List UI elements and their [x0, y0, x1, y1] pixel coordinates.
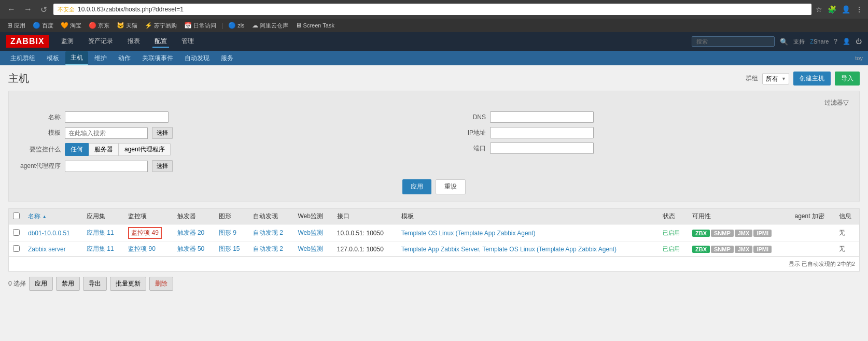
account-icon[interactable]: 👤 [842, 5, 850, 13]
nav-admin[interactable]: 管理 [179, 36, 196, 48]
filter-apply-btn[interactable]: 应用 [402, 179, 431, 194]
monitor-btn-server[interactable]: 服务器 [89, 143, 119, 156]
monitor-btn-agent[interactable]: agent代理程序 [119, 143, 171, 156]
subnav-hosts[interactable]: 主机 [65, 51, 88, 65]
row1-triggers-link[interactable]: 触发器 20 [177, 229, 205, 236]
back-button[interactable]: ← [5, 5, 18, 14]
table-header-row: 名称 ▲ 应用集 监控项 触发器 图形 自动发现 Web监测 接口 模板 状态 … [9, 209, 859, 224]
th-name[interactable]: 名称 ▲ [24, 209, 82, 224]
row2-appset-link[interactable]: 应用集 11 [87, 245, 114, 252]
refresh-button[interactable]: ↺ [38, 5, 49, 15]
select-all-checkbox[interactable] [13, 212, 20, 219]
row1-checkbox[interactable] [13, 229, 20, 236]
bookmark-taobao[interactable]: 🧡 淘宝 [58, 21, 85, 31]
nav-reports[interactable]: 报表 [125, 36, 142, 48]
bottom-apply-btn[interactable]: 应用 [29, 277, 53, 291]
row1-discovery-link[interactable]: 自动发现 2 [253, 229, 283, 236]
bottom-export-btn[interactable]: 导出 [83, 277, 107, 291]
th-availability[interactable]: 可用性 [688, 209, 790, 224]
monitor-btn-any[interactable]: 任何 [65, 143, 89, 156]
filter-name-input[interactable] [65, 111, 169, 123]
subnav-hostgroups[interactable]: 主机群组 [5, 52, 40, 65]
row1-monitored-highlighted[interactable]: 监控项 49 [128, 227, 162, 239]
bookmark-jd[interactable]: 🔴 京东 [86, 21, 113, 31]
filter-icon[interactable]: ▽ [843, 98, 849, 107]
support-link[interactable]: 支持 [793, 38, 805, 46]
filter-dns-input[interactable] [490, 111, 594, 123]
row2-triggers-link[interactable]: 触发器 50 [177, 245, 205, 252]
th-web[interactable]: Web监测 [293, 209, 332, 224]
global-search[interactable] [692, 36, 775, 47]
row2-discovery-link[interactable]: 自动发现 2 [253, 245, 283, 252]
filter-ip-label: IP地址 [444, 129, 486, 137]
row2-monitored-link[interactable]: 监控项 90 [128, 245, 156, 252]
nav-config[interactable]: 配置 [152, 36, 169, 48]
filter-reset-btn[interactable]: 重设 [436, 179, 466, 194]
bookmark-screentask[interactable]: 🖥 Screen Task [292, 21, 338, 30]
filter-template-select-btn[interactable]: 选择 [152, 127, 173, 139]
filter-template-input[interactable] [65, 127, 148, 139]
bookmark-suning[interactable]: ⚡ 苏宁易购 [142, 21, 180, 31]
bottom-batch-update-btn[interactable]: 批量更新 [110, 277, 146, 291]
forward-button[interactable]: → [22, 5, 34, 14]
th-status[interactable]: 状态 [659, 209, 688, 224]
subnav-correlations[interactable]: 关联项事件 [137, 52, 178, 65]
row2-checkbox[interactable] [13, 245, 20, 252]
subnav-discovery[interactable]: 自动发现 [179, 52, 215, 65]
th-info[interactable]: 信息 [835, 209, 859, 224]
th-graphs[interactable]: 图形 [215, 209, 249, 224]
subnav-actions[interactable]: 动作 [113, 52, 136, 65]
bookmark-tmall[interactable]: 🐱 天猫 [114, 21, 141, 31]
bottom-disable-btn[interactable]: 禁用 [56, 277, 80, 291]
row1-appset-link[interactable]: 应用集 11 [87, 229, 114, 236]
row2-template-link[interactable]: Template App Zabbix Server, Template OS … [401, 246, 617, 253]
browser-chrome: ← → ↺ 不安全 10.0.0.63/zabbix/hosts.php?ddr… [0, 0, 868, 19]
bookmark-baidu[interactable]: 🔵 百度 [30, 21, 57, 31]
zabbix-logo[interactable]: ZABBIX [6, 35, 49, 48]
subnav-templates[interactable]: 模板 [41, 52, 64, 65]
bookmark-taobao-label: 淘宝 [70, 22, 81, 30]
th-triggers[interactable]: 触发器 [173, 209, 215, 224]
star-icon[interactable]: ☆ [816, 5, 822, 13]
nav-monitor[interactable]: 监测 [59, 36, 76, 48]
nav-assets[interactable]: 资产记录 [86, 36, 115, 48]
power-icon[interactable]: ⏻ [856, 38, 862, 45]
filter-proxy-select-btn[interactable]: 选择 [152, 160, 173, 172]
th-appset[interactable]: 应用集 [82, 209, 124, 224]
th-template[interactable]: 模板 [397, 209, 659, 224]
menu-icon[interactable]: ⋮ [856, 5, 863, 13]
th-monitored[interactable]: 监控项 [124, 209, 173, 224]
create-host-button[interactable]: 创建主机 [793, 72, 831, 86]
row2-web-link[interactable]: Web监测 [298, 245, 323, 252]
bookmark-apps[interactable]: ⊞ 应用 [4, 21, 29, 31]
bottom-delete-btn[interactable]: 删除 [149, 277, 173, 291]
bookmark-aliyun[interactable]: ☁ 阿里云仓库 [249, 21, 291, 31]
row1-monitored-link[interactable]: 监控项 49 [131, 229, 159, 236]
filter-label: 过滤器 [824, 98, 843, 107]
import-button[interactable]: 导入 [835, 72, 860, 86]
subnav-maintenance[interactable]: 维护 [89, 52, 112, 65]
search-icon[interactable]: 🔍 [780, 38, 788, 46]
row2-name-link[interactable]: Zabbix server [28, 246, 66, 253]
extension-icon[interactable]: 🧩 [828, 5, 836, 13]
share-link[interactable]: ZShare [810, 38, 829, 45]
user-icon[interactable]: 👤 [843, 38, 850, 45]
filter-proxy-input[interactable] [65, 161, 148, 172]
row1-template-link[interactable]: Template OS Linux (Template App Zabbix A… [401, 230, 536, 237]
row2-graphs-link[interactable]: 图形 15 [219, 245, 240, 252]
th-agent-encrypt[interactable]: agent 加密 [790, 209, 835, 224]
bookmark-daily[interactable]: 📅 日常访问 [181, 21, 219, 31]
filter-ip-input[interactable] [490, 127, 594, 138]
filter-port-input[interactable] [490, 143, 594, 154]
sep1: | [221, 22, 223, 29]
bookmark-zls[interactable]: 🔵 zls [225, 21, 247, 30]
th-discovery[interactable]: 自动发现 [249, 209, 293, 224]
row1-graphs-link[interactable]: 图形 9 [219, 229, 236, 236]
row1-name-link[interactable]: db01-10.0.0.51 [28, 230, 70, 237]
row1-web-link[interactable]: Web监测 [298, 229, 323, 236]
subnav-services[interactable]: 服务 [216, 52, 239, 65]
th-interface[interactable]: 接口 [333, 209, 397, 224]
group-select[interactable]: 所有 [762, 73, 789, 84]
url-bar[interactable]: 不安全 10.0.0.63/zabbix/hosts.php?ddreset=1 [53, 4, 811, 15]
help-icon[interactable]: ? [834, 38, 837, 45]
